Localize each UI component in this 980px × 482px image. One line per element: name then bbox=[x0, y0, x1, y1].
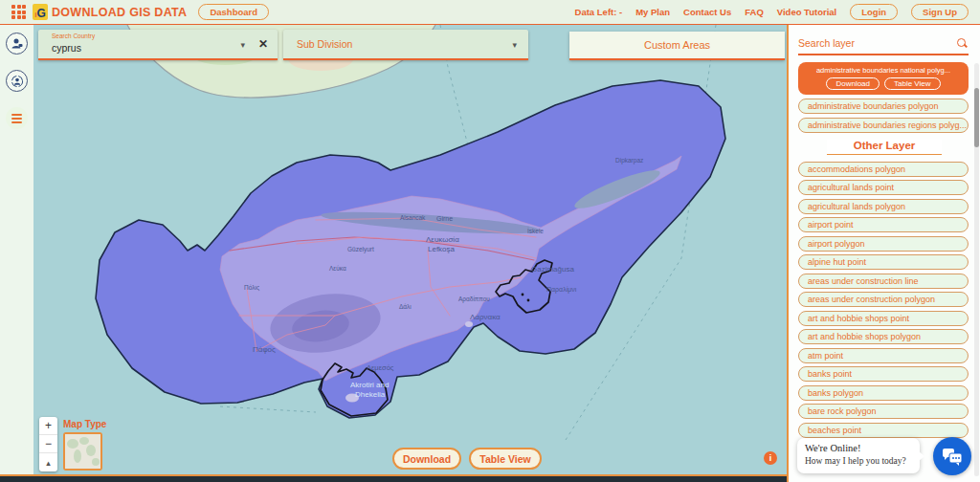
support-icon[interactable] bbox=[6, 70, 28, 92]
layer-item[interactable]: bare rock polygon bbox=[798, 404, 969, 419]
apps-grid-icon[interactable] bbox=[11, 5, 26, 19]
other-layer-list: accommodations polygonagricultural lands… bbox=[789, 162, 980, 438]
person-circle-icon bbox=[11, 75, 24, 88]
zoom-out-button[interactable]: − bbox=[39, 435, 57, 453]
data-left-label: Data Left: - bbox=[575, 7, 623, 17]
person-icon bbox=[11, 37, 23, 50]
scrollbar-thumb[interactable] bbox=[974, 88, 979, 147]
layer-item[interactable]: administrative boundaries polygon bbox=[798, 99, 969, 114]
chat-launcher-button[interactable] bbox=[933, 437, 971, 475]
panel-scrollbar[interactable] bbox=[974, 63, 979, 476]
map-label: Λάρνακα bbox=[470, 313, 501, 321]
chat-greeting-text: How may I help you today? bbox=[805, 456, 912, 466]
layer-item[interactable]: banks polygon bbox=[798, 385, 969, 401]
layer-search-input[interactable] bbox=[798, 37, 957, 49]
zoom-in-button[interactable]: + bbox=[39, 417, 57, 435]
layer-item[interactable]: areas under construction polygon bbox=[798, 292, 969, 307]
map-label: Παραλίμνι bbox=[546, 286, 577, 294]
logo-g: G bbox=[36, 8, 45, 19]
layer-item[interactable]: airport polygon bbox=[798, 236, 969, 252]
layer-item[interactable]: beaches point bbox=[798, 423, 969, 438]
nav-my-plan[interactable]: My Plan bbox=[635, 7, 670, 17]
layer-item[interactable]: accommodations polygon bbox=[798, 162, 969, 177]
map-label: Λευκωσία bbox=[426, 235, 459, 244]
layer-item[interactable]: alpine hut point bbox=[798, 254, 969, 270]
world-thumbnail-icon bbox=[65, 434, 100, 469]
other-layer-heading: Other Layer bbox=[827, 140, 942, 155]
top-header: iG DOWNLOAD GIS DATA Dashboard Data Left… bbox=[0, 0, 980, 25]
map-label: Λεμεσός bbox=[367, 363, 394, 372]
selected-layer-title: administrative boundaries national polyg… bbox=[803, 66, 964, 75]
menu-icon[interactable] bbox=[6, 107, 28, 129]
map-label: Λεύκα bbox=[329, 265, 346, 272]
zoom-slider-handle[interactable]: ▴ bbox=[39, 453, 57, 471]
map-label: Δάλι bbox=[399, 303, 412, 310]
chevron-down-icon[interactable]: ▾ bbox=[240, 40, 245, 50]
layer-item[interactable]: administrative boundaries regions polyg.… bbox=[798, 118, 969, 133]
dashboard-button[interactable]: Dashboard bbox=[198, 4, 269, 20]
app-title: DOWNLOAD GIS DATA bbox=[52, 6, 187, 19]
map-bottom-bar bbox=[0, 474, 787, 482]
map-label: Dipkarpaz bbox=[615, 157, 643, 164]
layer-item[interactable]: agricultural lands point bbox=[798, 180, 969, 195]
map-label: Dhekelia bbox=[355, 390, 386, 399]
login-button[interactable]: Login bbox=[850, 4, 898, 20]
selected-layer-card[interactable]: administrative boundaries national polyg… bbox=[798, 62, 969, 95]
map-type-label: Map Type bbox=[63, 419, 106, 429]
layer-search-field[interactable] bbox=[798, 33, 969, 55]
account-icon[interactable] bbox=[6, 33, 28, 55]
map-type-switcher[interactable] bbox=[63, 432, 102, 471]
zoom-control: + − ▴ bbox=[39, 417, 57, 471]
brand-logo: iG bbox=[33, 4, 48, 20]
map-label: Girne bbox=[436, 215, 453, 222]
table-view-button[interactable]: Table View bbox=[469, 448, 542, 470]
map-container[interactable]: AlsancakGirneΛευκωσίαLefkoşaGüzelyurtΛεύ… bbox=[33, 25, 787, 474]
map-label: Πόλις bbox=[244, 284, 259, 292]
close-icon[interactable]: ✕ bbox=[258, 37, 268, 51]
nav-faq[interactable]: FAQ bbox=[745, 7, 764, 17]
selected-layer-table-view-button[interactable]: Table View bbox=[884, 77, 941, 90]
left-icon-rail bbox=[0, 25, 33, 474]
map-label: Gazimağusa bbox=[531, 265, 574, 274]
search-country-combobox[interactable]: Search Country ▾ ✕ bbox=[38, 30, 278, 60]
layer-item[interactable]: agricultural lands polygon bbox=[798, 199, 969, 214]
search-country-input[interactable] bbox=[52, 42, 205, 54]
custom-areas-button[interactable]: Custom Areas bbox=[569, 32, 785, 60]
chat-tooltip: We're Online! How may I help you today? bbox=[797, 438, 920, 473]
map-label: Akrotiri and bbox=[350, 381, 389, 389]
sub-division-label: Sub Division bbox=[297, 38, 352, 50]
map-label: İskele bbox=[527, 227, 544, 234]
map-label: Lefkoşa bbox=[428, 245, 456, 253]
layer-item[interactable]: banks point bbox=[798, 366, 969, 382]
layer-item[interactable]: art and hobbie shops polygon bbox=[798, 329, 969, 344]
chat-bubbles-icon bbox=[942, 448, 963, 466]
map-label: Alsancak bbox=[400, 214, 426, 221]
map-label: Πάφος bbox=[253, 345, 276, 354]
search-country-label: Search Country bbox=[52, 33, 95, 39]
layer-item[interactable]: areas under construction line bbox=[798, 274, 969, 289]
layer-item[interactable]: atm point bbox=[798, 348, 969, 363]
sub-division-dropdown[interactable]: Sub Division ▾ bbox=[283, 30, 528, 60]
map-label: Αραδίππου bbox=[458, 296, 490, 303]
layer-item[interactable]: art and hobbie shops point bbox=[798, 311, 969, 326]
map-canvas[interactable]: AlsancakGirneΛευκωσίαLefkoşaGüzelyurtΛεύ… bbox=[33, 25, 787, 474]
nav-video-tutorial[interactable]: Video Tutorial bbox=[777, 7, 836, 17]
layer-panel: administrative boundaries national polyg… bbox=[787, 25, 980, 482]
download-button[interactable]: Download bbox=[392, 448, 461, 470]
layer-item[interactable]: airport point bbox=[798, 217, 969, 232]
search-icon[interactable] bbox=[957, 38, 967, 48]
signup-button[interactable]: Sign Up bbox=[911, 4, 969, 20]
selected-layer-download-button[interactable]: Download bbox=[826, 77, 880, 90]
map-label: Güzelyurt bbox=[347, 246, 374, 253]
nav-contact-us[interactable]: Contact Us bbox=[683, 7, 731, 17]
chevron-down-icon[interactable]: ▾ bbox=[512, 40, 517, 50]
info-icon[interactable]: i bbox=[764, 451, 777, 465]
chat-status-text: We're Online! bbox=[805, 443, 912, 453]
